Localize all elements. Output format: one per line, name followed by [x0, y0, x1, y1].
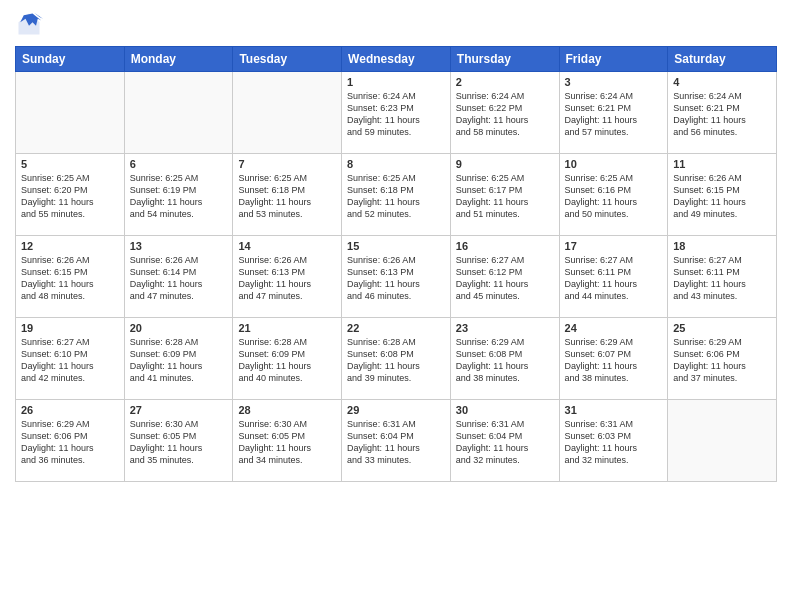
calendar-cell: 15Sunrise: 6:26 AMSunset: 6:13 PMDayligh… — [342, 236, 451, 318]
calendar-cell: 24Sunrise: 6:29 AMSunset: 6:07 PMDayligh… — [559, 318, 668, 400]
day-info: Sunrise: 6:26 AMSunset: 6:13 PMDaylight:… — [347, 254, 445, 303]
day-info: Sunrise: 6:25 AMSunset: 6:17 PMDaylight:… — [456, 172, 554, 221]
day-info: Sunrise: 6:27 AMSunset: 6:12 PMDaylight:… — [456, 254, 554, 303]
calendar-cell: 21Sunrise: 6:28 AMSunset: 6:09 PMDayligh… — [233, 318, 342, 400]
day-info: Sunrise: 6:25 AMSunset: 6:19 PMDaylight:… — [130, 172, 228, 221]
calendar-header: SundayMondayTuesdayWednesdayThursdayFrid… — [16, 47, 777, 72]
day-info: Sunrise: 6:28 AMSunset: 6:08 PMDaylight:… — [347, 336, 445, 385]
calendar-cell: 6Sunrise: 6:25 AMSunset: 6:19 PMDaylight… — [124, 154, 233, 236]
day-info: Sunrise: 6:31 AMSunset: 6:03 PMDaylight:… — [565, 418, 663, 467]
calendar-cell: 13Sunrise: 6:26 AMSunset: 6:14 PMDayligh… — [124, 236, 233, 318]
day-number: 17 — [565, 240, 663, 252]
day-number: 28 — [238, 404, 336, 416]
weekday-row: SundayMondayTuesdayWednesdayThursdayFrid… — [16, 47, 777, 72]
calendar-cell: 29Sunrise: 6:31 AMSunset: 6:04 PMDayligh… — [342, 400, 451, 482]
day-number: 30 — [456, 404, 554, 416]
day-number: 25 — [673, 322, 771, 334]
calendar-week-2: 5Sunrise: 6:25 AMSunset: 6:20 PMDaylight… — [16, 154, 777, 236]
day-number: 23 — [456, 322, 554, 334]
day-number: 9 — [456, 158, 554, 170]
day-number: 5 — [21, 158, 119, 170]
day-info: Sunrise: 6:31 AMSunset: 6:04 PMDaylight:… — [347, 418, 445, 467]
day-info: Sunrise: 6:24 AMSunset: 6:22 PMDaylight:… — [456, 90, 554, 139]
calendar-week-3: 12Sunrise: 6:26 AMSunset: 6:15 PMDayligh… — [16, 236, 777, 318]
calendar-cell: 3Sunrise: 6:24 AMSunset: 6:21 PMDaylight… — [559, 72, 668, 154]
calendar-cell: 8Sunrise: 6:25 AMSunset: 6:18 PMDaylight… — [342, 154, 451, 236]
day-info: Sunrise: 6:30 AMSunset: 6:05 PMDaylight:… — [130, 418, 228, 467]
day-number: 15 — [347, 240, 445, 252]
day-info: Sunrise: 6:30 AMSunset: 6:05 PMDaylight:… — [238, 418, 336, 467]
calendar-cell: 10Sunrise: 6:25 AMSunset: 6:16 PMDayligh… — [559, 154, 668, 236]
calendar-cell: 30Sunrise: 6:31 AMSunset: 6:04 PMDayligh… — [450, 400, 559, 482]
day-number: 26 — [21, 404, 119, 416]
day-number: 2 — [456, 76, 554, 88]
day-info: Sunrise: 6:26 AMSunset: 6:13 PMDaylight:… — [238, 254, 336, 303]
day-number: 22 — [347, 322, 445, 334]
day-info: Sunrise: 6:27 AMSunset: 6:11 PMDaylight:… — [565, 254, 663, 303]
weekday-header-sunday: Sunday — [16, 47, 125, 72]
day-info: Sunrise: 6:24 AMSunset: 6:23 PMDaylight:… — [347, 90, 445, 139]
day-info: Sunrise: 6:25 AMSunset: 6:18 PMDaylight:… — [347, 172, 445, 221]
calendar-week-4: 19Sunrise: 6:27 AMSunset: 6:10 PMDayligh… — [16, 318, 777, 400]
weekday-header-monday: Monday — [124, 47, 233, 72]
calendar-cell — [16, 72, 125, 154]
calendar-cell — [668, 400, 777, 482]
day-info: Sunrise: 6:28 AMSunset: 6:09 PMDaylight:… — [130, 336, 228, 385]
calendar-week-5: 26Sunrise: 6:29 AMSunset: 6:06 PMDayligh… — [16, 400, 777, 482]
calendar-cell: 20Sunrise: 6:28 AMSunset: 6:09 PMDayligh… — [124, 318, 233, 400]
day-info: Sunrise: 6:29 AMSunset: 6:08 PMDaylight:… — [456, 336, 554, 385]
day-number: 21 — [238, 322, 336, 334]
calendar-cell: 18Sunrise: 6:27 AMSunset: 6:11 PMDayligh… — [668, 236, 777, 318]
calendar-cell: 17Sunrise: 6:27 AMSunset: 6:11 PMDayligh… — [559, 236, 668, 318]
day-number: 13 — [130, 240, 228, 252]
calendar-cell: 26Sunrise: 6:29 AMSunset: 6:06 PMDayligh… — [16, 400, 125, 482]
day-info: Sunrise: 6:29 AMSunset: 6:06 PMDaylight:… — [21, 418, 119, 467]
day-number: 10 — [565, 158, 663, 170]
logo-icon — [15, 10, 43, 38]
day-number: 27 — [130, 404, 228, 416]
day-number: 14 — [238, 240, 336, 252]
day-number: 8 — [347, 158, 445, 170]
day-info: Sunrise: 6:26 AMSunset: 6:14 PMDaylight:… — [130, 254, 228, 303]
day-number: 7 — [238, 158, 336, 170]
day-number: 18 — [673, 240, 771, 252]
calendar-cell: 11Sunrise: 6:26 AMSunset: 6:15 PMDayligh… — [668, 154, 777, 236]
day-info: Sunrise: 6:25 AMSunset: 6:20 PMDaylight:… — [21, 172, 119, 221]
day-info: Sunrise: 6:25 AMSunset: 6:16 PMDaylight:… — [565, 172, 663, 221]
calendar-cell: 19Sunrise: 6:27 AMSunset: 6:10 PMDayligh… — [16, 318, 125, 400]
calendar-cell — [233, 72, 342, 154]
day-info: Sunrise: 6:29 AMSunset: 6:07 PMDaylight:… — [565, 336, 663, 385]
day-info: Sunrise: 6:28 AMSunset: 6:09 PMDaylight:… — [238, 336, 336, 385]
header — [15, 10, 777, 38]
day-number: 19 — [21, 322, 119, 334]
weekday-header-wednesday: Wednesday — [342, 47, 451, 72]
calendar-week-1: 1Sunrise: 6:24 AMSunset: 6:23 PMDaylight… — [16, 72, 777, 154]
day-number: 4 — [673, 76, 771, 88]
day-info: Sunrise: 6:24 AMSunset: 6:21 PMDaylight:… — [673, 90, 771, 139]
calendar-cell: 1Sunrise: 6:24 AMSunset: 6:23 PMDaylight… — [342, 72, 451, 154]
day-number: 11 — [673, 158, 771, 170]
weekday-header-tuesday: Tuesday — [233, 47, 342, 72]
calendar-cell — [124, 72, 233, 154]
calendar-cell: 31Sunrise: 6:31 AMSunset: 6:03 PMDayligh… — [559, 400, 668, 482]
calendar-body: 1Sunrise: 6:24 AMSunset: 6:23 PMDaylight… — [16, 72, 777, 482]
calendar-table: SundayMondayTuesdayWednesdayThursdayFrid… — [15, 46, 777, 482]
day-number: 29 — [347, 404, 445, 416]
day-info: Sunrise: 6:27 AMSunset: 6:10 PMDaylight:… — [21, 336, 119, 385]
calendar-cell: 12Sunrise: 6:26 AMSunset: 6:15 PMDayligh… — [16, 236, 125, 318]
calendar-cell: 14Sunrise: 6:26 AMSunset: 6:13 PMDayligh… — [233, 236, 342, 318]
day-number: 1 — [347, 76, 445, 88]
calendar-cell: 25Sunrise: 6:29 AMSunset: 6:06 PMDayligh… — [668, 318, 777, 400]
day-info: Sunrise: 6:26 AMSunset: 6:15 PMDaylight:… — [21, 254, 119, 303]
day-number: 12 — [21, 240, 119, 252]
day-info: Sunrise: 6:29 AMSunset: 6:06 PMDaylight:… — [673, 336, 771, 385]
day-info: Sunrise: 6:26 AMSunset: 6:15 PMDaylight:… — [673, 172, 771, 221]
calendar-cell: 22Sunrise: 6:28 AMSunset: 6:08 PMDayligh… — [342, 318, 451, 400]
calendar-cell: 2Sunrise: 6:24 AMSunset: 6:22 PMDaylight… — [450, 72, 559, 154]
logo — [15, 10, 47, 38]
day-number: 6 — [130, 158, 228, 170]
day-info: Sunrise: 6:27 AMSunset: 6:11 PMDaylight:… — [673, 254, 771, 303]
day-info: Sunrise: 6:25 AMSunset: 6:18 PMDaylight:… — [238, 172, 336, 221]
calendar-cell: 27Sunrise: 6:30 AMSunset: 6:05 PMDayligh… — [124, 400, 233, 482]
calendar-cell: 9Sunrise: 6:25 AMSunset: 6:17 PMDaylight… — [450, 154, 559, 236]
